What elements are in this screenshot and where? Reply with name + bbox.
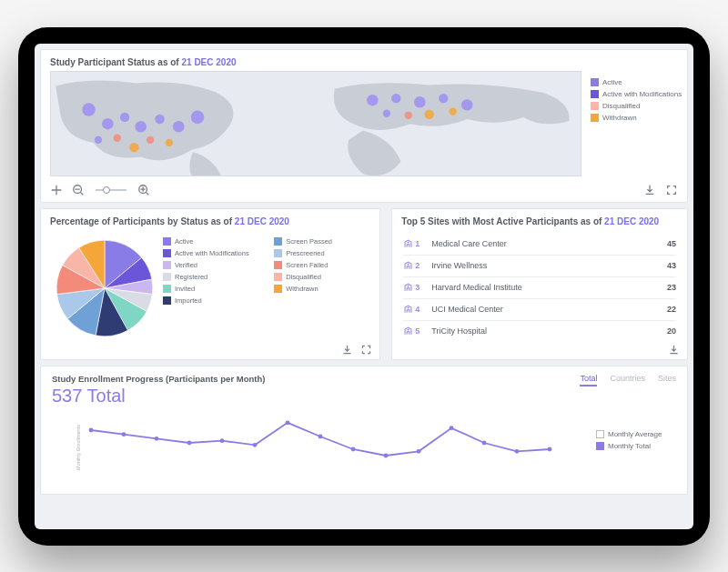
line-chart: Monthly Enrollments — [48, 406, 592, 488]
legend-swatch — [274, 249, 282, 257]
sites-list: 1 Medical Care Center 45 2 Irvine Wellne… — [392, 230, 687, 347]
hospital-icon — [403, 326, 413, 337]
svg-point-31 — [318, 434, 323, 438]
hospital-icon — [403, 304, 413, 316]
pie-legend-col1: ActiveActive with ModificationsVerifiedR… — [159, 234, 263, 343]
svg-point-11 — [95, 135, 102, 143]
site-rank: 4 — [415, 305, 424, 314]
map-card: Study Participant Status as of 21 DEC 20… — [40, 49, 688, 203]
download-icon[interactable] — [668, 344, 680, 356]
svg-point-12 — [367, 94, 378, 105]
tablet-frame: Study Participant Status as of 21 DEC 20… — [18, 27, 710, 546]
site-row[interactable]: 1 Medical Care Center 45 — [403, 234, 676, 255]
svg-point-28 — [220, 438, 225, 443]
svg-point-34 — [417, 448, 421, 453]
svg-point-3 — [135, 121, 146, 132]
expand-icon[interactable] — [360, 344, 372, 356]
pie-title: Percentage of Participants by Status as … — [41, 209, 379, 230]
pie-legend-col2: Screen PassedPrescreenedScreen FailedDis… — [270, 234, 374, 343]
svg-point-27 — [187, 440, 192, 445]
site-count: 45 — [667, 239, 676, 248]
legend-swatch — [596, 442, 604, 450]
svg-text:Monthly Enrollments: Monthly Enrollments — [76, 424, 81, 469]
svg-point-4 — [155, 114, 164, 123]
pie-card: Percentage of Participants by Status as … — [40, 208, 380, 360]
svg-point-25 — [122, 432, 126, 437]
svg-point-38 — [548, 447, 552, 451]
dashboard-screen: Study Participant Status as of 21 DEC 20… — [35, 44, 693, 529]
download-icon[interactable] — [643, 184, 656, 196]
svg-point-5 — [173, 121, 184, 132]
legend-swatch — [163, 261, 171, 269]
site-rank: 1 — [415, 239, 424, 248]
map-card-title: Study Participant Status as of 21 DEC 20… — [41, 50, 687, 71]
svg-point-24 — [89, 427, 94, 432]
legend-swatch — [163, 249, 171, 257]
svg-point-17 — [424, 109, 433, 118]
hospital-icon — [403, 260, 413, 272]
site-row[interactable]: 3 Harvard Medical Institute 23 — [403, 276, 676, 298]
svg-point-1 — [102, 117, 113, 128]
sites-title: Top 5 Sites with Most Active Participant… — [392, 209, 687, 230]
site-rank: 3 — [415, 283, 424, 292]
site-row[interactable]: 2 Irvine Wellness 43 — [403, 255, 676, 276]
reset-zoom-icon[interactable] — [50, 184, 63, 196]
svg-point-6 — [191, 110, 205, 124]
site-count: 22 — [667, 305, 676, 314]
svg-point-14 — [414, 96, 425, 107]
legend-swatch — [274, 273, 282, 281]
legend-swatch — [163, 285, 171, 293]
zoom-slider[interactable] — [94, 189, 128, 191]
svg-point-20 — [383, 109, 390, 116]
site-name: Harvard Medical Institute — [431, 283, 667, 292]
map-title-prefix: Study Participant Status as of — [50, 57, 179, 67]
zoom-in-icon[interactable] — [137, 184, 150, 196]
svg-point-19 — [405, 111, 412, 118]
svg-point-26 — [155, 436, 159, 440]
download-icon[interactable] — [341, 344, 353, 356]
site-row[interactable]: 5 TriCity Hospital 20 — [403, 320, 676, 342]
map-toolbar — [41, 180, 687, 202]
site-count: 23 — [667, 283, 676, 292]
site-count: 20 — [667, 326, 676, 336]
svg-point-13 — [391, 93, 400, 102]
legend-swatch — [163, 296, 171, 305]
legend-swatch — [591, 114, 599, 122]
site-row[interactable]: 4 UCI Medical Center 22 — [403, 298, 676, 320]
legend-swatch — [591, 102, 599, 110]
line-title: Study Enrollment Progress (Participants … — [52, 374, 265, 384]
svg-point-36 — [482, 440, 487, 445]
map-asof-date: 21 DEC 2020 — [181, 57, 236, 67]
svg-point-37 — [515, 448, 520, 453]
tab-countries[interactable]: Countries — [610, 374, 645, 386]
line-legend: Monthly Average Monthly Total — [592, 406, 683, 488]
site-count: 43 — [667, 261, 676, 270]
legend-swatch — [591, 78, 599, 86]
world-map[interactable] — [50, 71, 581, 176]
expand-icon[interactable] — [665, 184, 678, 196]
zoom-out-icon[interactable] — [72, 184, 85, 196]
legend-swatch — [596, 430, 604, 438]
legend-swatch — [591, 90, 599, 98]
svg-point-15 — [439, 93, 448, 102]
legend-swatch — [274, 261, 282, 269]
svg-point-35 — [450, 426, 454, 430]
site-name: UCI Medical Center — [431, 305, 667, 314]
hospital-icon — [403, 238, 413, 250]
tab-total[interactable]: Total — [580, 374, 597, 386]
svg-point-32 — [351, 447, 356, 451]
hospital-icon — [403, 282, 413, 294]
legend-swatch — [163, 237, 171, 246]
site-name: Irvine Wellness — [431, 261, 667, 270]
pie-chart — [50, 234, 159, 343]
svg-point-8 — [147, 135, 154, 143]
legend-swatch — [163, 273, 171, 281]
svg-point-33 — [384, 453, 389, 457]
tab-sites[interactable]: Sites — [658, 374, 676, 386]
legend-swatch — [274, 285, 282, 293]
svg-point-9 — [129, 142, 138, 151]
svg-point-7 — [114, 134, 121, 141]
svg-point-0 — [82, 103, 96, 116]
svg-point-29 — [253, 442, 258, 447]
legend-swatch — [274, 237, 282, 246]
